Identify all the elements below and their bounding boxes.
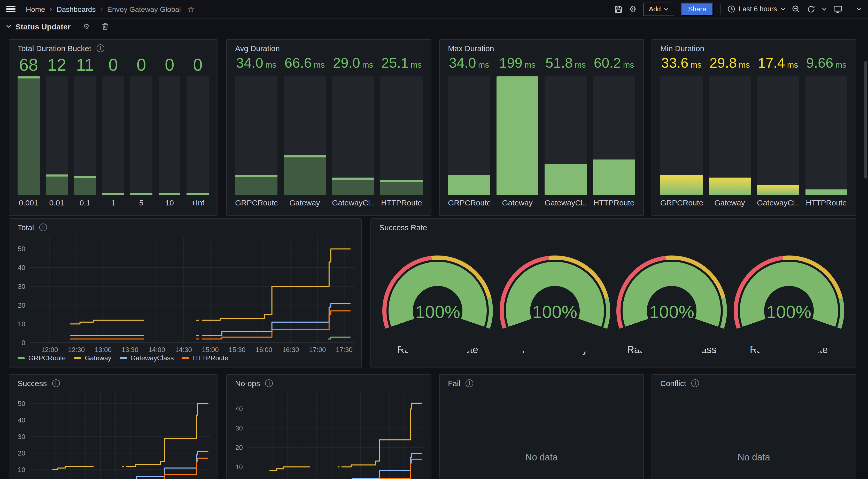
panel-title[interactable]: Total Duration Bucket i xyxy=(18,44,104,53)
info-icon[interactable]: i xyxy=(52,379,60,387)
legend-item[interactable]: GRPCRoute xyxy=(18,354,66,362)
bar-gauge-bar xyxy=(545,76,587,195)
page-scrollbar[interactable] xyxy=(864,61,867,179)
kiosk-monitor-icon[interactable] xyxy=(833,5,842,13)
legend-series-color xyxy=(74,357,82,359)
bar-labels: GRPCRouteGatewayGatewayCl...HTTPRoute xyxy=(448,198,635,207)
panel-total: Total i 0102030405012:0012:3013:0013:301… xyxy=(9,218,362,368)
bar-value: 199ms xyxy=(496,55,538,71)
chart-svg: 0102030405012:0012:3013:0013:3014:0014:3… xyxy=(9,390,217,479)
bar-labels: GRPCRouteGatewayGatewayCl...HTTPRoute xyxy=(660,198,847,207)
row-delete-trash-icon[interactable] xyxy=(102,23,109,30)
bar-gauge-bar xyxy=(159,76,181,195)
bar-label: GRPCRoute xyxy=(660,198,703,207)
refresh-interval-chevron-icon[interactable] xyxy=(822,7,827,10)
bar-labels: GRPCRouteGatewayGatewayCl...HTTPRoute xyxy=(235,198,423,207)
info-icon[interactable]: i xyxy=(466,379,473,387)
zoom-out-icon[interactable] xyxy=(792,5,800,13)
bar-cap xyxy=(187,193,209,195)
gauge-value: 100% xyxy=(500,302,610,322)
refresh-icon[interactable] xyxy=(807,5,815,13)
settings-gear-icon[interactable]: ⚙ xyxy=(629,5,637,13)
breadcrumb-home[interactable]: Home xyxy=(26,5,45,13)
collapse-chevron-icon[interactable] xyxy=(856,7,862,11)
svg-text:30: 30 xyxy=(235,424,243,432)
panel-title-text: No-ops xyxy=(235,379,260,388)
panel-title-text: Total Duration Bucket xyxy=(18,44,91,53)
save-icon[interactable] xyxy=(614,5,622,13)
bar-label: Gateway xyxy=(709,198,751,207)
panel-title[interactable]: Success Rate xyxy=(379,223,427,232)
panel-max-duration: Max Duration 34.0ms199ms51.8ms60.2ms GRP… xyxy=(439,39,644,216)
svg-text:13:30: 13:30 xyxy=(122,346,138,353)
time-range-label: Last 6 hours xyxy=(739,5,777,13)
legend-series-name: GatewayClass xyxy=(130,354,174,362)
bar-label: GatewayCl... xyxy=(757,198,799,207)
add-button[interactable]: Add xyxy=(643,2,674,16)
bar-value: 29.0ms xyxy=(332,55,374,71)
panel-title[interactable]: Max Duration xyxy=(448,44,494,53)
breadcrumb-dashboards[interactable]: Dashboards xyxy=(57,5,96,13)
info-icon[interactable]: i xyxy=(96,44,104,52)
svg-text:14:00: 14:00 xyxy=(148,346,165,353)
bar-label: GRPCRoute xyxy=(448,198,490,207)
panel-title-text: Conflict xyxy=(660,379,686,388)
time-series-chart: 0102030405012:0012:3013:0013:3014:0014:3… xyxy=(9,234,361,353)
bar-label: HTTPRoute xyxy=(593,198,635,207)
chevron-down-icon xyxy=(664,7,669,10)
info-icon[interactable]: i xyxy=(691,379,699,387)
panel-title[interactable]: Total i xyxy=(18,223,47,232)
bar-fill xyxy=(805,189,847,195)
svg-text:17:00: 17:00 xyxy=(309,346,326,353)
bar-cap xyxy=(332,178,374,180)
row-collapse-chevron-icon[interactable] xyxy=(6,25,11,28)
legend-item[interactable]: HTTPRoute xyxy=(182,354,228,362)
bar-gauges xyxy=(660,76,847,195)
panel-title[interactable]: Min Duration xyxy=(660,44,704,53)
svg-text:0: 0 xyxy=(22,339,25,347)
no-data-message: No data xyxy=(440,452,643,463)
panel-title[interactable]: Success i xyxy=(18,379,60,388)
bar-gauge-bar xyxy=(332,76,374,195)
bar-value: 34.0ms xyxy=(448,55,490,71)
bar-fill xyxy=(46,174,68,195)
bar-label: Gateway xyxy=(496,198,538,207)
bar-gauge-bar xyxy=(74,76,96,195)
bar-value: 51.8ms xyxy=(545,55,587,71)
legend-item[interactable]: Gateway xyxy=(74,354,112,362)
bar-label: 0.1 xyxy=(74,198,96,207)
bar-cap xyxy=(46,174,68,176)
bar-fill xyxy=(757,185,799,195)
panel-title[interactable]: No-ops i xyxy=(235,379,273,388)
bar-cap xyxy=(284,156,326,158)
panel-title[interactable]: Conflict i xyxy=(660,379,699,388)
row-settings-gear-icon[interactable]: ⚙ xyxy=(83,23,89,30)
info-icon[interactable]: i xyxy=(265,379,273,387)
menu-icon[interactable] xyxy=(6,6,16,12)
time-range-picker[interactable]: Last 6 hours xyxy=(727,5,785,13)
breadcrumb-current: Envoy Gateway Global xyxy=(107,5,181,13)
svg-text:12:00: 12:00 xyxy=(41,346,58,353)
legend-series-name: HTTPRoute xyxy=(193,354,228,362)
bar-values: 6812110000 xyxy=(18,55,209,75)
legend-item[interactable]: GatewayClass xyxy=(120,354,174,362)
info-icon[interactable]: i xyxy=(39,224,47,231)
panel-title[interactable]: Fail i xyxy=(448,379,473,388)
dashboard-row-header: Status Updater ⚙ xyxy=(6,20,109,33)
bar-values: 34.0ms199ms51.8ms60.2ms xyxy=(448,55,635,71)
share-button[interactable]: Share xyxy=(681,2,713,16)
bar-value: 0 xyxy=(130,55,152,75)
panel-total-duration-bucket: Total Duration Bucket i 6812110000 0.001… xyxy=(9,39,218,216)
gauge: 100% xyxy=(500,255,610,329)
row-title[interactable]: Status Updater xyxy=(16,22,70,31)
bar-fill xyxy=(284,156,326,195)
bar-label: 0.01 xyxy=(46,198,68,207)
bar-cap xyxy=(235,175,277,177)
bar-gauge-bar xyxy=(593,76,635,195)
favorite-star-icon[interactable]: ☆ xyxy=(187,4,195,14)
panel-conflict: Conflict i No data xyxy=(652,374,856,479)
panel-title-text: Success xyxy=(18,379,47,388)
bar-value: 66.6ms xyxy=(284,55,326,71)
breadcrumb: Home › Dashboards › Envoy Gateway Global xyxy=(26,5,181,13)
panel-title[interactable]: Avg Duration xyxy=(235,44,280,53)
